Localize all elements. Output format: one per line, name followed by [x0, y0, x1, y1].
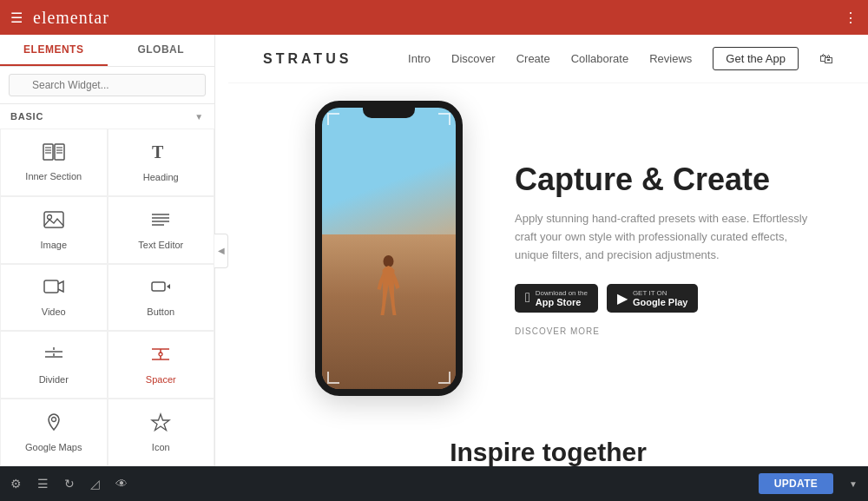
- site-nav-links: Intro Discover Create Collaborate Review…: [408, 47, 833, 70]
- inspire-title: Inspire together: [263, 438, 833, 466]
- nav-collaborate[interactable]: Collaborate: [571, 52, 629, 65]
- search-input[interactable]: [9, 74, 206, 96]
- widget-text-editor-label: Text Editor: [138, 240, 183, 250]
- widget-video-label: Video: [42, 307, 66, 317]
- google-maps-icon: [43, 412, 65, 437]
- widget-inner-section-label: Inner Section: [25, 171, 82, 181]
- svg-point-10: [47, 214, 51, 219]
- heading-icon: T: [149, 142, 172, 167]
- hero-section: Capture & Create Apply stunning hand-cra…: [228, 83, 868, 413]
- hero-text: Capture & Create Apply stunning hand-cra…: [515, 161, 816, 336]
- google-play-icon: ▶: [617, 290, 628, 307]
- update-button[interactable]: UPDATE: [759, 473, 833, 494]
- widget-google-maps-label: Google Maps: [25, 442, 82, 452]
- elementor-logo: elementar: [33, 8, 109, 28]
- app-store-line2: App Store: [536, 297, 588, 307]
- top-bar-right: ⋮: [844, 10, 858, 26]
- grid-icon[interactable]: ⋮: [844, 10, 858, 26]
- widget-text-editor[interactable]: Text Editor: [108, 196, 215, 264]
- image-icon: [43, 210, 65, 234]
- spacer-icon: [149, 345, 172, 369]
- widget-divider[interactable]: Divider: [0, 331, 108, 399]
- divider-icon: [43, 345, 65, 369]
- widget-video[interactable]: Video: [0, 264, 108, 332]
- app-store-text: Download on the App Store: [536, 289, 588, 307]
- svg-rect-9: [44, 212, 63, 227]
- google-play-button[interactable]: ▶ GET IT ON Google Play: [607, 284, 699, 313]
- widget-spacer-label: Spacer: [146, 374, 176, 385]
- svg-rect-0: [43, 144, 53, 160]
- video-icon: [43, 277, 65, 301]
- inspire-section: Inspire together Millions of amazing ima…: [228, 413, 868, 466]
- apple-icon: : [525, 290, 530, 306]
- text-editor-icon: [149, 210, 172, 234]
- app-store-button[interactable]:  Download on the App Store: [515, 284, 598, 313]
- widget-heading[interactable]: T Heading: [108, 129, 215, 196]
- bracket-tl: [327, 113, 339, 125]
- nav-reviews[interactable]: Reviews: [649, 52, 692, 65]
- widget-icon-label: Icon: [152, 442, 170, 452]
- store-buttons:  Download on the App Store ▶ GET IT ON: [515, 284, 816, 313]
- widget-icon[interactable]: Icon: [108, 399, 215, 466]
- widget-image[interactable]: Image: [0, 196, 108, 264]
- basic-section-header: BASIC ▼: [0, 104, 214, 129]
- preview-icon[interactable]: 👁: [115, 477, 128, 491]
- layers-icon[interactable]: ☰: [37, 477, 49, 491]
- settings-icon[interactable]: ⚙: [10, 477, 22, 491]
- widget-divider-label: Divider: [39, 374, 69, 385]
- app-store-line1: Download on the: [536, 289, 588, 297]
- widget-button[interactable]: Button: [108, 264, 215, 332]
- bracket-tr: [438, 113, 450, 125]
- sidebar-tabs: ELEMENTS GLOBAL: [0, 35, 214, 67]
- svg-point-23: [159, 353, 162, 356]
- button-icon: [149, 277, 172, 301]
- google-play-line2: Google Play: [633, 297, 688, 307]
- shopping-cart-icon[interactable]: 🛍: [819, 51, 833, 67]
- phone-notch: [363, 108, 415, 118]
- bottom-toolbar: ⚙ ☰ ↻ ◿ 👁 UPDATE ▼: [0, 466, 868, 501]
- phone-screen: [322, 108, 456, 389]
- widgets-grid: Inner Section T Heading: [0, 129, 214, 466]
- widget-spacer[interactable]: Spacer: [108, 331, 215, 399]
- svg-rect-15: [44, 280, 58, 293]
- nav-intro[interactable]: Intro: [408, 52, 431, 65]
- responsive-icon[interactable]: ◿: [90, 477, 100, 491]
- update-dropdown-arrow[interactable]: ▼: [849, 479, 858, 489]
- hero-title: Capture & Create: [515, 161, 816, 198]
- widget-inner-section[interactable]: Inner Section: [0, 129, 108, 196]
- svg-marker-27: [152, 414, 169, 431]
- tab-elements[interactable]: ELEMENTS: [0, 35, 108, 66]
- basic-label: BASIC: [10, 111, 43, 122]
- canvas-page: STRATUS Intro Discover Create Collaborat…: [228, 35, 868, 466]
- google-play-text: GET IT ON Google Play: [633, 289, 688, 307]
- nav-get-the-app-button[interactable]: Get the App: [713, 47, 799, 70]
- nav-create[interactable]: Create: [516, 52, 550, 65]
- widget-google-maps[interactable]: Google Maps: [0, 399, 108, 466]
- widget-image-label: Image: [40, 240, 67, 250]
- canvas-area: STRATUS Intro Discover Create Collaborat…: [228, 35, 868, 466]
- sidebar-collapse-handle[interactable]: ◀: [214, 234, 228, 268]
- phone-mockup: [315, 101, 463, 396]
- discover-more-link[interactable]: DISCOVER MORE: [515, 326, 816, 336]
- widget-button-label: Button: [147, 307, 174, 317]
- main-layout: ELEMENTS GLOBAL 🔍 BASIC ▼: [0, 35, 868, 466]
- collapse-arrow-icon: ◀: [218, 246, 225, 255]
- site-logo: STRATUS: [263, 51, 352, 67]
- bracket-bl: [327, 372, 339, 384]
- tab-global[interactable]: GLOBAL: [108, 35, 215, 66]
- chevron-down-icon[interactable]: ▼: [194, 112, 204, 122]
- svg-rect-1: [55, 144, 64, 160]
- history-icon[interactable]: ↻: [64, 477, 75, 491]
- hero-subtitle: Apply stunning hand-crafted presets with…: [515, 210, 816, 264]
- svg-point-28: [384, 255, 394, 267]
- inner-section-icon: [43, 143, 65, 166]
- hamburger-icon[interactable]: ☰: [10, 10, 23, 26]
- sidebar: ELEMENTS GLOBAL 🔍 BASIC ▼: [0, 35, 215, 466]
- nav-discover[interactable]: Discover: [451, 52, 496, 65]
- icon-widget-icon: [149, 412, 172, 437]
- person-silhouette: [374, 254, 404, 333]
- top-bar: ☰ elementar ⋮: [0, 0, 868, 35]
- site-nav: STRATUS Intro Discover Create Collaborat…: [228, 35, 868, 83]
- svg-point-26: [51, 418, 56, 422]
- widget-heading-label: Heading: [143, 172, 179, 182]
